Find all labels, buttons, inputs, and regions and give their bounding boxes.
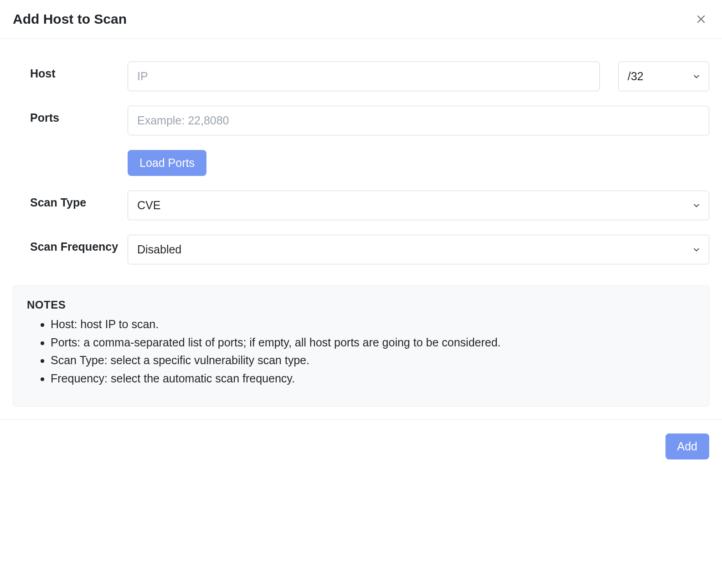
notes-item: Ports: a comma-separated list of ports; … xyxy=(51,334,695,351)
ports-input[interactable] xyxy=(128,106,709,135)
host-row: Host /32 xyxy=(13,62,709,91)
close-icon xyxy=(695,13,707,26)
scan-frequency-label: Scan Frequency xyxy=(13,235,128,253)
load-ports-row: Load Ports xyxy=(13,150,709,176)
cidr-select[interactable]: /32 xyxy=(618,62,709,91)
notes-list: Host: host IP to scan. Ports: a comma-se… xyxy=(27,316,695,387)
modal-title: Add Host to Scan xyxy=(13,11,127,27)
scan-type-select[interactable]: CVE xyxy=(128,191,709,220)
host-label: Host xyxy=(13,62,128,80)
scan-frequency-select-wrap: Disabled xyxy=(128,235,709,264)
notes-item: Host: host IP to scan. xyxy=(51,316,695,333)
close-button[interactable] xyxy=(693,11,709,27)
modal-footer: Add xyxy=(0,419,722,473)
scan-type-label: Scan Type xyxy=(13,191,128,209)
scan-type-row: Scan Type CVE xyxy=(13,191,709,220)
modal-header: Add Host to Scan xyxy=(0,0,722,39)
ports-controls xyxy=(128,106,709,135)
add-button[interactable]: Add xyxy=(665,433,709,459)
scan-frequency-select[interactable]: Disabled xyxy=(128,235,709,264)
notes-item: Scan Type: select a specific vulnerabili… xyxy=(51,352,695,369)
notes-box: NOTES Host: host IP to scan. Ports: a co… xyxy=(13,285,709,407)
ports-label: Ports xyxy=(13,106,128,124)
scan-frequency-row: Scan Frequency Disabled xyxy=(13,235,709,264)
scan-type-select-wrap: CVE xyxy=(128,191,709,220)
host-input[interactable] xyxy=(128,62,600,91)
scan-frequency-controls: Disabled xyxy=(128,235,709,264)
load-ports-button[interactable]: Load Ports xyxy=(128,150,206,176)
ports-row: Ports xyxy=(13,106,709,135)
notes-item: Frequency: select the automatic scan fre… xyxy=(51,370,695,387)
scan-type-controls: CVE xyxy=(128,191,709,220)
host-controls: /32 xyxy=(128,62,709,91)
modal-body: Host /32 Ports Load Ports Scan Type xyxy=(0,39,722,419)
cidr-select-wrap: /32 xyxy=(618,62,709,91)
notes-title: NOTES xyxy=(27,299,695,311)
